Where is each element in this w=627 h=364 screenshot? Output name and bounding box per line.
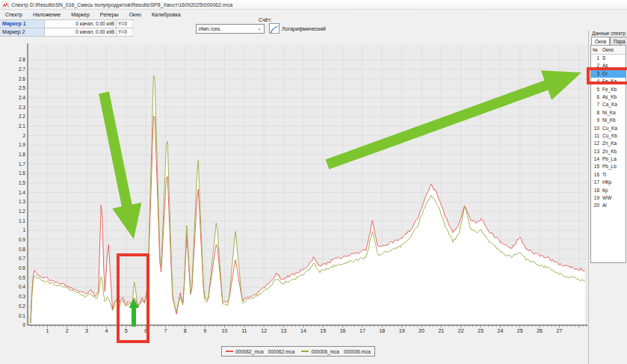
element-window-row[interactable]: 4Fe_Ka — [591, 78, 626, 85]
svg-text:3: 3 — [85, 328, 88, 333]
element-window-row[interactable]: 10Cu_Ka — [591, 125, 626, 132]
svg-text:10: 10 — [222, 328, 228, 333]
svg-text:22: 22 — [458, 328, 464, 333]
element-window-row[interactable]: 16Ti — [591, 171, 626, 179]
element-window-row[interactable]: 1S — [591, 55, 626, 62]
svg-text:2: 2 — [22, 133, 25, 138]
element-window-row[interactable]: 7Ca_Ka — [591, 101, 626, 108]
row-window-name: As_Kb — [601, 93, 626, 101]
element-window-row[interactable]: 9Ni_Kb — [591, 117, 626, 124]
svg-text:1: 1 — [46, 328, 49, 333]
menu-item[interactable]: Спектр — [0, 12, 28, 17]
row-number: 13 — [591, 148, 601, 155]
row-window-name: Cu_Ka — [601, 125, 626, 132]
svg-text:1.8: 1.8 — [19, 152, 25, 157]
legend-line-swatch — [301, 351, 309, 352]
row-window-name: Ca_Ka — [601, 101, 626, 108]
row-number: 7 — [591, 101, 601, 108]
row-window-name: Pb_La — [601, 155, 626, 163]
app-icon — [2, 1, 9, 8]
col-header-window: Окно — [601, 46, 626, 54]
menu-item[interactable]: Окно — [124, 12, 146, 17]
row-number: 11 — [591, 132, 601, 140]
row-number: 2 — [591, 62, 601, 70]
col-header-number: № — [591, 46, 601, 54]
panel-tab[interactable]: Окна — [591, 37, 610, 45]
menu-item[interactable]: Наложение — [28, 12, 66, 17]
svg-text:21: 21 — [438, 328, 444, 333]
svg-text:2.4: 2.4 — [19, 95, 25, 100]
element-window-row[interactable]: 8Ni_Ka — [591, 109, 626, 117]
row-window-name: Fe_Kb — [601, 86, 626, 93]
svg-text:0.3: 0.3 — [19, 294, 25, 299]
window-title: Спектр D:\Results\SN_016_Смесь полупроду… — [11, 2, 232, 7]
row-number: 17 — [591, 179, 601, 186]
svg-text:1.2: 1.2 — [19, 209, 25, 214]
row-number: 16 — [591, 171, 601, 179]
element-window-row[interactable]: 18Кр — [591, 187, 626, 194]
svg-text:11: 11 — [241, 328, 247, 333]
element-window-row[interactable]: 13Zn_Kb — [591, 148, 626, 155]
svg-text:2.3: 2.3 — [19, 105, 25, 110]
svg-text:23: 23 — [478, 328, 484, 333]
row-window-name: Ti — [601, 171, 626, 179]
menu-item[interactable]: Калибровка — [146, 12, 186, 17]
windows-table-header: №Окно — [591, 46, 626, 55]
row-number: 12 — [591, 140, 601, 147]
row-window-name: Zn_Ka — [601, 140, 626, 147]
svg-text:0.4: 0.4 — [19, 284, 25, 289]
element-window-row[interactable]: 6As_Kb — [591, 93, 626, 101]
element-window-row[interactable]: 19WW — [591, 194, 626, 202]
app-window: Спектр D:\Results\SN_016_Смесь полупроду… — [0, 0, 627, 364]
svg-text:2.8: 2.8 — [19, 57, 25, 62]
svg-text:1: 1 — [22, 227, 25, 232]
svg-text:1.5: 1.5 — [19, 180, 25, 185]
row-window-name: Cu_Kb — [601, 132, 626, 140]
element-window-row[interactable]: 3Cr — [591, 70, 626, 78]
title-bar: Спектр D:\Results\SN_016_Смесь полупроду… — [0, 0, 627, 10]
menu-item[interactable]: Реперы — [95, 12, 124, 17]
element-window-row[interactable]: 15Pb_Lb — [591, 163, 626, 170]
row-number: 9 — [591, 117, 601, 124]
element-window-row[interactable]: 5Fe_Kb — [591, 86, 626, 93]
row-window-name: Al — [601, 202, 626, 209]
element-window-row[interactable]: 20Al — [591, 202, 626, 209]
svg-text:15: 15 — [320, 328, 326, 333]
element-window-row[interactable]: 12Zn_Ka — [591, 140, 626, 147]
row-number: 8 — [591, 109, 601, 117]
menu-item[interactable]: Маркер — [66, 12, 95, 17]
marker-label[interactable]: Маркер 1 — [0, 20, 45, 28]
legend-series-name: 000006_mca — [311, 349, 339, 354]
windows-table: №Окно 1S2As3Cr4Fe_Ka5Fe_Kb6As_Kb7Ca_Ka8N… — [590, 45, 626, 263]
svg-text:6: 6 — [144, 328, 147, 333]
row-window-name: НКр — [601, 179, 626, 186]
svg-text:0.6: 0.6 — [19, 265, 25, 271]
row-number: 6 — [591, 93, 601, 101]
element-window-row[interactable]: 17НКр — [591, 179, 626, 186]
row-number: 20 — [591, 202, 601, 209]
chart-legend: 000062_mca000062.mca000006_mca000006.mca — [221, 346, 375, 357]
svg-text:5: 5 — [125, 328, 128, 333]
marker-y-value: Y=0 — [117, 20, 132, 28]
chevron-down-icon: ⌄ — [257, 25, 262, 31]
legend-item: 000062_mca000062.mca — [226, 349, 294, 354]
svg-text:12: 12 — [261, 328, 267, 333]
panel-tab[interactable]: Пара — [610, 37, 627, 45]
log-scale-icon[interactable] — [269, 23, 279, 34]
count-mode-select[interactable]: Имп./сек. ⌄ — [196, 24, 265, 34]
row-number: 15 — [591, 163, 601, 170]
marker-table: Маркер 10 канал, 0.00 кэВY=0Маркер 20 ка… — [0, 19, 134, 37]
marker-label[interactable]: Маркер 2 — [0, 28, 45, 36]
count-label: Счёт: — [259, 17, 326, 22]
element-window-row[interactable]: 2As — [591, 62, 626, 70]
log-scale-label[interactable]: Логарифмический — [282, 26, 326, 31]
svg-text:2.1: 2.1 — [19, 123, 25, 129]
panel-title: Данные спектр — [592, 31, 627, 36]
svg-text:1.3: 1.3 — [19, 199, 25, 204]
row-window-name: Zn_Kb — [601, 148, 626, 155]
spectrum-chart[interactable]: 00.10.20.30.40.50.60.70.80.911.11.21.31.… — [0, 36, 590, 364]
svg-text:16: 16 — [340, 328, 346, 333]
element-window-row[interactable]: 14Pb_La — [591, 155, 626, 163]
element-window-row[interactable]: 11Cu_Kb — [591, 132, 626, 140]
row-window-name: Fe_Ka — [601, 78, 626, 85]
